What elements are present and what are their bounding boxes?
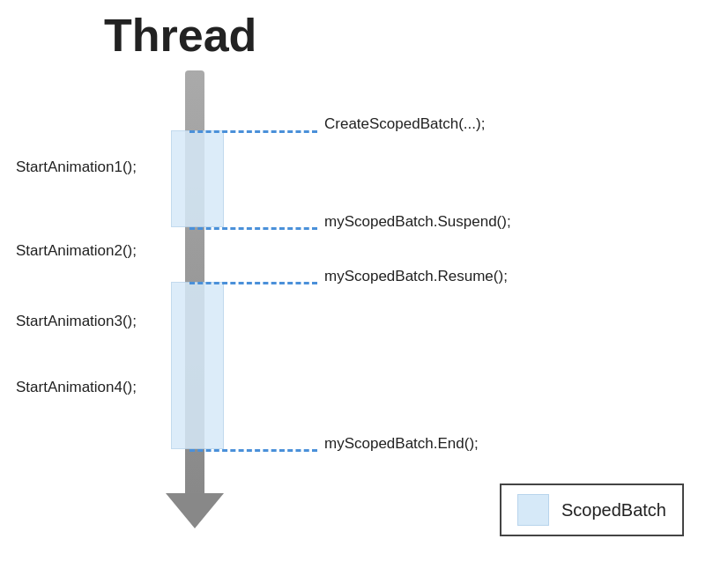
page-title: Thread: [104, 9, 256, 62]
batch-block-2: [171, 282, 224, 449]
label-create-scoped-batch: CreateScopedBatch(...);: [324, 115, 485, 133]
label-start-anim3: StartAnimation3();: [16, 313, 137, 330]
label-suspend: myScopedBatch.Suspend();: [324, 213, 511, 231]
dashed-line-resume: [189, 282, 317, 284]
legend-swatch: [517, 494, 549, 526]
label-resume: myScopedBatch.Resume();: [324, 268, 508, 285]
dashed-line-create: [189, 130, 317, 133]
label-start-anim2: StartAnimation2();: [16, 242, 137, 260]
legend-label: ScopedBatch: [561, 500, 666, 520]
label-start-anim4: StartAnimation4();: [16, 379, 137, 396]
batch-block-1: [171, 130, 224, 227]
label-end: myScopedBatch.End();: [324, 435, 479, 453]
label-start-anim1: StartAnimation1();: [16, 159, 137, 176]
legend: ScopedBatch: [500, 483, 684, 536]
dashed-line-end: [189, 449, 317, 452]
dashed-line-suspend: [189, 227, 317, 230]
thread-arrow: [166, 493, 224, 528]
